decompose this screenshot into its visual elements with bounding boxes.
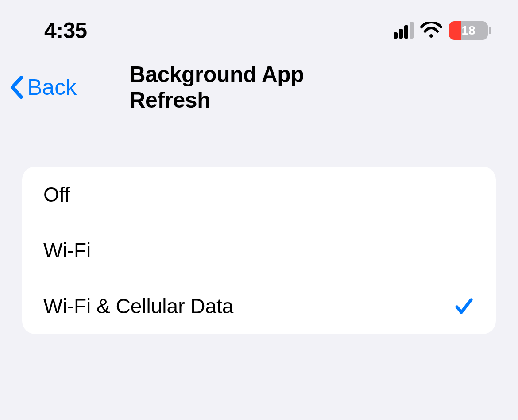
back-label: Back (27, 74, 77, 100)
status-bar: 4:35 18 (0, 0, 518, 57)
options-list: Off Wi-Fi Wi-Fi & Cellular Data (22, 167, 496, 334)
option-wifi-cellular[interactable]: Wi-Fi & Cellular Data (22, 278, 496, 334)
nav-header: Back Background App Refresh (0, 57, 518, 122)
page-title: Background App Refresh (130, 62, 389, 113)
option-label: Wi-Fi & Cellular Data (43, 294, 233, 318)
status-time: 4:35 (44, 18, 87, 43)
battery-icon: 18 (449, 21, 491, 40)
back-button[interactable]: Back (9, 74, 77, 100)
battery-level: 18 (449, 21, 488, 40)
chevron-left-icon (9, 76, 25, 99)
wifi-icon (420, 22, 443, 39)
option-off[interactable]: Off (22, 167, 496, 222)
checkmark-icon (453, 296, 475, 317)
option-label: Wi-Fi (43, 238, 91, 262)
option-wifi[interactable]: Wi-Fi (22, 222, 496, 278)
option-label: Off (43, 183, 70, 206)
cellular-signal-icon (394, 23, 414, 39)
status-icons: 18 (394, 21, 491, 40)
